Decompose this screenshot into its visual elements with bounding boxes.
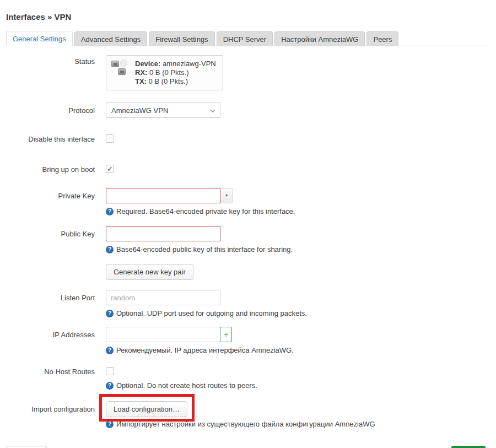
field-protocol: Protocol AmneziaWG VPN xyxy=(6,102,496,118)
no-host-routes-label: No Host Routes xyxy=(6,365,106,376)
private-key-help-text: Required. Base64-encoded private key for… xyxy=(116,207,295,216)
status-text: Device: amneziawg-VPN RX: 0 B (0 Pkts.) … xyxy=(135,60,216,86)
general-settings-form: Status Device: amneziawg-VPN RX: 0 B (0 … xyxy=(6,55,496,429)
page: Interfaces » VPN General Settings Advanc… xyxy=(0,0,496,448)
help-icon: ? xyxy=(106,347,114,354)
field-disable-interface: Disable this interface xyxy=(6,132,496,145)
private-key-help: ? Required. Base64-encoded private key f… xyxy=(106,207,496,216)
public-key-help-text: Base64-encoded public key of this interf… xyxy=(116,245,293,254)
tab-bar: General Settings Advanced Settings Firew… xyxy=(6,31,488,46)
import-configuration-label: Import configuration xyxy=(6,401,106,413)
tab-dhcp-server[interactable]: DHCP Server xyxy=(217,31,273,46)
tunnel-icon-globe xyxy=(120,60,127,67)
public-key-input[interactable] xyxy=(106,226,220,241)
page-title: Interfaces » VPN xyxy=(6,0,496,21)
help-icon: ? xyxy=(106,208,114,215)
import-configuration-help-text: Импортирует настройки из существующего ф… xyxy=(116,420,375,429)
tab-amneziawg-settings[interactable]: Настройки AmneziaWG xyxy=(274,31,365,46)
generate-key-pair-button[interactable]: Generate new key pair xyxy=(106,264,193,280)
listen-port-input[interactable] xyxy=(106,290,220,305)
field-private-key: Private Key * ? Required. Base64-encoded… xyxy=(6,188,496,216)
field-ip-addresses: IP Addresses + ? Рекомендуемый. IP адрес… xyxy=(6,327,496,355)
footer: Dismiss Save xyxy=(6,446,486,448)
no-host-routes-help: ? Optional. Do not create host routes to… xyxy=(106,381,496,390)
no-host-routes-checkbox[interactable] xyxy=(106,367,114,375)
tunnel-icon xyxy=(111,60,131,80)
public-key-help: ? Base64-encoded public key of this inte… xyxy=(106,245,496,254)
reveal-password-button[interactable]: * xyxy=(220,188,233,203)
import-configuration-help: ? Импортирует настройки из существующего… xyxy=(106,420,496,429)
protocol-label: Protocol xyxy=(6,102,106,115)
tab-firewall-settings[interactable]: Firewall Settings xyxy=(149,31,214,46)
tunnel-icon-box xyxy=(118,68,126,75)
chevron-down-icon xyxy=(210,107,215,112)
tab-advanced-settings[interactable]: Advanced Settings xyxy=(74,31,147,46)
listen-port-help-text: Optional. UDP port used for outgoing and… xyxy=(116,309,307,318)
field-public-key: Public Key ? Base64-encoded public key o… xyxy=(6,226,496,254)
help-icon: ? xyxy=(106,246,114,253)
disable-interface-label: Disable this interface xyxy=(6,132,106,143)
tab-peers[interactable]: Peers xyxy=(366,31,398,46)
load-configuration-button[interactable]: Load configuration… xyxy=(106,401,187,417)
field-import-configuration: Import configuration Load configuration…… xyxy=(6,401,496,429)
checkmark-icon: ✓ xyxy=(107,165,113,173)
public-key-label: Public Key xyxy=(6,226,106,238)
save-button[interactable]: Save xyxy=(451,446,486,448)
tab-general-settings[interactable]: General Settings xyxy=(6,31,73,46)
bring-up-on-boot-checkbox[interactable]: ✓ xyxy=(106,165,114,173)
protocol-select[interactable]: AmneziaWG VPN xyxy=(106,102,220,118)
ip-addresses-label: IP Addresses xyxy=(6,327,106,339)
field-no-host-routes: No Host Routes ? Optional. Do not create… xyxy=(6,365,496,390)
private-key-input[interactable] xyxy=(106,188,220,203)
bring-up-on-boot-label: Bring up on boot xyxy=(6,163,106,174)
field-generate-key-pair: Generate new key pair xyxy=(6,264,496,280)
disable-interface-checkbox[interactable] xyxy=(106,134,114,143)
private-key-label: Private Key xyxy=(6,188,106,200)
status-rx-line: RX: 0 B (0 Pkts.) xyxy=(135,68,216,77)
status-box: Device: amneziawg-VPN RX: 0 B (0 Pkts.) … xyxy=(106,55,223,90)
help-icon: ? xyxy=(106,310,114,317)
ip-addresses-help: ? Рекомендуемый. IP адреса интерфейса Am… xyxy=(106,346,496,355)
help-icon: ? xyxy=(106,420,114,428)
ip-addresses-input[interactable] xyxy=(106,327,220,342)
field-bring-up-on-boot: Bring up on boot ✓ xyxy=(6,163,496,174)
no-host-routes-help-text: Optional. Do not create host routes to p… xyxy=(116,381,257,390)
help-icon: ? xyxy=(106,382,114,390)
status-device-line: Device: amneziawg-VPN xyxy=(135,60,216,68)
field-listen-port: Listen Port ? Optional. UDP port used fo… xyxy=(6,290,496,318)
add-ip-button[interactable]: + xyxy=(220,327,232,342)
listen-port-label: Listen Port xyxy=(6,290,106,302)
protocol-selected-value: AmneziaWG VPN xyxy=(111,106,168,115)
status-tx-line: TX: 0 B (0 Pkts.) xyxy=(135,77,216,86)
listen-port-help: ? Optional. UDP port used for outgoing a… xyxy=(106,309,496,318)
status-label: Status xyxy=(6,55,106,66)
field-status: Status Device: amneziawg-VPN RX: 0 B (0 … xyxy=(6,55,496,90)
dismiss-button[interactable]: Dismiss xyxy=(6,446,47,448)
ip-addresses-help-text: Рекомендуемый. IP адреса интерфейса Amne… xyxy=(116,346,294,355)
tunnel-icon-box xyxy=(111,61,119,67)
